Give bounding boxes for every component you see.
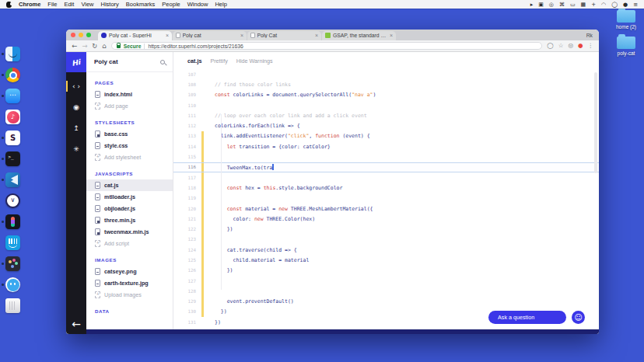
menu-item-history[interactable]: History: [101, 1, 119, 8]
code-line[interactable]: 119: [173, 193, 599, 204]
tab-2[interactable]: Poly cat×: [173, 31, 247, 41]
code-line[interactable]: 115: [173, 151, 599, 162]
settings-gear-icon[interactable]: ✳: [66, 142, 86, 156]
dock-icon-terminal[interactable]: [5, 151, 20, 166]
menu-item-help[interactable]: Help: [215, 1, 226, 8]
battery-icon[interactable]: ▭: [570, 2, 576, 8]
code-line[interactable]: 118 const hex = this.style.backgroundCol…: [173, 183, 599, 193]
tab-close-icon[interactable]: ×: [315, 33, 318, 38]
forward-icon[interactable]: →: [82, 43, 87, 50]
code-area[interactable]: 107108// find those color links109const …: [173, 69, 599, 329]
apple-icon[interactable]: [6, 2, 12, 8]
sidebar-item-three-min-js[interactable]: three.min.js: [86, 214, 173, 226]
dock-icon-messages[interactable]: [5, 89, 20, 103]
menu-item-people[interactable]: People: [162, 1, 180, 8]
share-upload-icon[interactable]: ↥: [66, 121, 86, 135]
keyboard-icon[interactable]: ⌘: [559, 2, 565, 8]
menu-item-window[interactable]: Window: [187, 1, 208, 8]
bookmark-star-icon[interactable]: ☆: [558, 43, 564, 49]
adblock-icon[interactable]: ●: [578, 43, 583, 49]
code-line[interactable]: 107: [173, 69, 599, 79]
sidebar-item-upload-images[interactable]: Upload images: [86, 289, 173, 301]
fast-user-switch-icon[interactable]: ▸: [530, 2, 534, 8]
dock-icon-finder[interactable]: [5, 47, 20, 61]
dock-icon-sketch[interactable]: [5, 256, 20, 271]
reload-icon[interactable]: ↻: [92, 43, 97, 50]
sidebar-item-add-script[interactable]: Add script: [86, 238, 173, 249]
close-window-button[interactable]: [71, 33, 75, 37]
code-line[interactable]: 124 cat.traverse(child => {: [173, 245, 599, 255]
sidebar-item-index-html[interactable]: index.html: [86, 89, 173, 100]
code-line[interactable]: 128: [173, 286, 599, 296]
tab-close-icon[interactable]: ×: [390, 33, 393, 38]
menu-item-view[interactable]: View: [81, 1, 93, 8]
zoom-window-button[interactable]: [86, 33, 91, 37]
dock-icon-figma[interactable]: [5, 214, 20, 229]
back-arrow-icon[interactable]: ←: [66, 318, 86, 330]
code-line[interactable]: 109const colorLinks = document.querySele…: [173, 90, 599, 100]
more-menu-icon[interactable]: ⋮: [588, 43, 594, 49]
ask-question-button[interactable]: Ask a question: [488, 311, 566, 324]
menu-item-bookmarks[interactable]: Bookmarks: [126, 1, 156, 8]
code-line[interactable]: 113 link.addEventListener("click", funct…: [173, 131, 599, 141]
code-line[interactable]: 122 }): [173, 224, 599, 234]
code-line[interactable]: 110: [173, 100, 599, 110]
tab-close-icon[interactable]: ×: [240, 33, 243, 38]
dock-icon-trash[interactable]: [5, 298, 20, 313]
code-line[interactable]: 123: [173, 235, 599, 245]
code-line[interactable]: 129 event.preventDefault(): [173, 297, 599, 307]
back-icon[interactable]: ←: [72, 43, 77, 50]
minimize-window-button[interactable]: [79, 33, 83, 37]
code-line[interactable]: 117: [173, 172, 599, 183]
wifi-icon[interactable]: ◠: [601, 2, 606, 8]
code-line[interactable]: 127: [173, 276, 599, 286]
preview-eye-icon[interactable]: ◉: [66, 100, 86, 114]
camera-icon[interactable]: ▣: [538, 2, 544, 8]
smiley-help-button[interactable]: ☺: [572, 311, 585, 324]
record-icon[interactable]: ◎: [549, 2, 554, 8]
code-action-hide-warnings[interactable]: Hide Warnings: [236, 57, 273, 64]
sidebar-item-add-page[interactable]: Add page: [86, 100, 173, 112]
dock-icon-amazon-music[interactable]: [5, 235, 20, 250]
code-line[interactable]: 111// loop over each color link and add …: [173, 110, 599, 120]
code-line[interactable]: 126 }): [173, 266, 599, 276]
dock-icon-music[interactable]: [5, 110, 20, 124]
tab-1[interactable]: Poly cat - SuperHi×: [98, 31, 172, 41]
dock-icon-slack[interactable]: [5, 131, 20, 145]
desktop-folder-2[interactable]: poly-cat: [611, 37, 642, 56]
dock-icon-mail[interactable]: [5, 193, 20, 208]
sidebar-item-base-css[interactable]: base.css: [86, 128, 173, 140]
sidebar-item-earth-texture-jpg[interactable]: earth-texture.jpg: [86, 277, 173, 289]
code-icon[interactable]: ‹ ›: [66, 79, 86, 93]
dock-icon-twitter[interactable]: [5, 277, 20, 292]
notification-icon[interactable]: ●: [623, 2, 628, 8]
home-icon[interactable]: ⌂: [102, 43, 106, 50]
code-line[interactable]: 121 color: new THREE.Color(hex): [173, 214, 599, 224]
sidebar-item-tweenmax-min-js[interactable]: tweenmax.min.js: [86, 226, 173, 238]
tab-4[interactable]: GSAP, the standard for Java...×: [322, 31, 396, 41]
tab-close-icon[interactable]: ×: [166, 33, 169, 38]
sidebar-item-catseye-png[interactable]: catseye.png: [86, 266, 173, 277]
tab-3[interactable]: Poly Cat×: [247, 31, 321, 41]
desktop-folder-1[interactable]: home (2): [611, 10, 642, 30]
address-bar[interactable]: Secure https://editor.superhi.com/projec…: [111, 42, 542, 50]
menu-list-icon[interactable]: ≡: [633, 2, 638, 8]
extension-icon[interactable]: ◎: [568, 43, 573, 49]
code-line[interactable]: 116 TweenMax.to(tra: [173, 162, 599, 172]
superhi-logo[interactable]: Hi: [66, 52, 86, 72]
menu-item-chrome[interactable]: Chrome: [19, 1, 40, 8]
code-line[interactable]: 112colorLinks.forEach(link => {: [173, 120, 599, 131]
sidebar-item-cat-js[interactable]: cat.js: [86, 179, 173, 191]
search-icon[interactable]: ◯: [547, 43, 553, 49]
add-icon[interactable]: +: [591, 2, 596, 8]
code-line[interactable]: 108// find those color links: [173, 79, 599, 89]
sidebar-item-mtlloader-js[interactable]: mtlloader.js: [86, 191, 173, 203]
code-line[interactable]: 125 child.material = material: [173, 255, 599, 265]
sidebar-item-objloader-js[interactable]: objloader.js: [86, 203, 173, 214]
search-icon[interactable]: ◯: [611, 2, 618, 8]
profile-badge[interactable]: Rk: [586, 33, 599, 38]
menu-item-file[interactable]: File: [47, 1, 57, 8]
code-line[interactable]: 120 const material = new THREE.MeshLambe…: [173, 204, 599, 214]
menu-item-edit[interactable]: Edit: [64, 1, 74, 8]
dock-icon-vscode[interactable]: [5, 172, 20, 187]
